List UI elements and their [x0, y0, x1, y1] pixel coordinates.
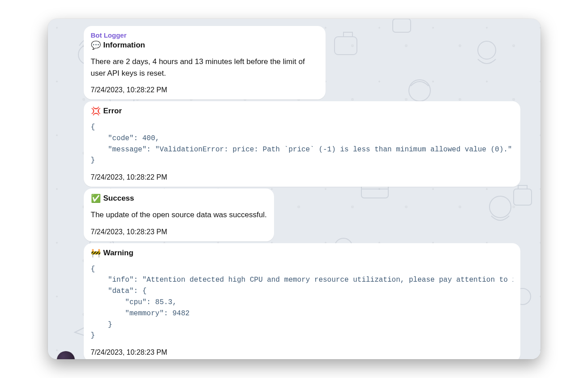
message-title: 💬 Information — [91, 41, 318, 50]
message-timestamp: 7/24/2023, 10:28:22 PM — [91, 86, 318, 94]
checkmark-icon: ✅ — [91, 194, 101, 202]
message-timestamp: 7/24/2023, 10:28:23 PM — [91, 228, 267, 236]
message-body: There are 2 days, 4 hours and 13 minutes… — [91, 56, 318, 79]
message-code-block: { "info": "Attention detected high CPU a… — [91, 264, 513, 342]
sender-name: Bot Logger — [91, 31, 318, 39]
message-warning[interactable]: 🚧 Warning { "info": "Attention detected … — [84, 243, 520, 359]
message-success[interactable]: ✅ Success The update of the open source … — [84, 189, 274, 241]
chat-window: Bot Logger 💬 Information There are 2 day… — [48, 19, 541, 359]
message-title-text: Error — [103, 107, 122, 116]
message-title-text: Information — [103, 41, 146, 50]
message-timestamp: 7/24/2023, 10:28:22 PM — [91, 173, 513, 181]
messages-list: Bot Logger 💬 Information There are 2 day… — [48, 19, 541, 359]
message-title: 💢 Error — [91, 107, 513, 116]
error-icon: 💢 — [91, 107, 101, 115]
message-title-text: Success — [103, 194, 134, 203]
message-code-block: { "code": 400, "message": "ValidationErr… — [91, 122, 513, 166]
message-timestamp: 7/24/2023, 10:28:23 PM — [91, 348, 513, 357]
construction-icon: 🚧 — [91, 249, 101, 257]
message-body: The update of the open source data was s… — [91, 209, 267, 221]
message-title: 🚧 Warning — [91, 249, 513, 258]
message-title: ✅ Success — [91, 194, 267, 203]
message-error[interactable]: 💢 Error { "code": 400, "message": "Valid… — [84, 101, 520, 187]
message-information[interactable]: Bot Logger 💬 Information There are 2 day… — [84, 26, 326, 99]
message-title-text: Warning — [103, 249, 133, 258]
avatar[interactable] — [57, 351, 75, 359]
speech-bubble-icon: 💬 — [91, 41, 101, 49]
